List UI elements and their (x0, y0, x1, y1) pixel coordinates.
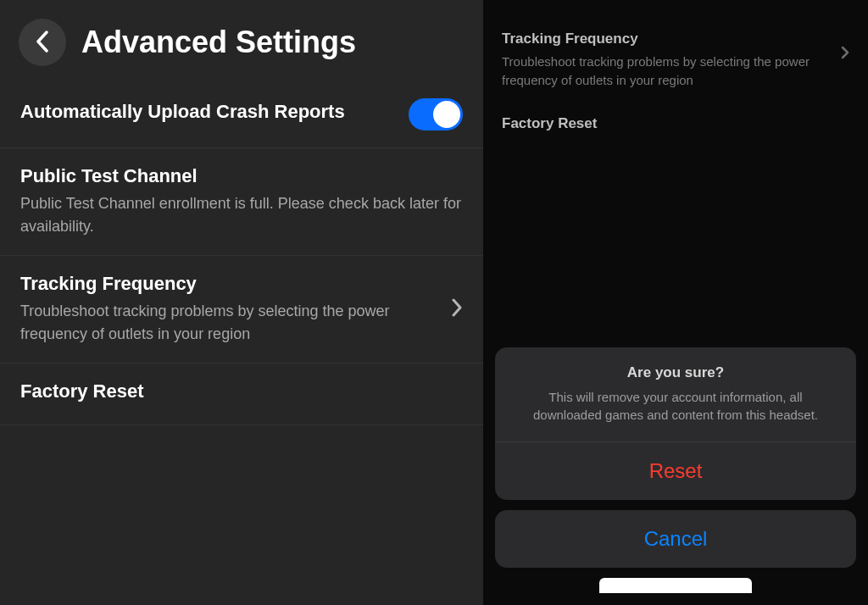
right-settings-list: Tracking Frequency Troubleshoot tracking… (483, 0, 868, 153)
setting-text: Automatically Upload Crash Reports (20, 101, 395, 128)
setting-text: Factory Reset (502, 115, 597, 137)
header: Advanced Settings (0, 0, 483, 81)
reset-button[interactable]: Reset (495, 441, 856, 500)
tracking-desc: Troubleshoot tracking problems by select… (20, 300, 437, 346)
chevron-right-icon (841, 46, 849, 63)
setting-text: Public Test Channel Public Test Channel … (20, 165, 463, 238)
public-test-row[interactable]: Public Test Channel Public Test Channel … (0, 148, 483, 256)
chevron-left-icon (36, 31, 49, 55)
settings-list: Automatically Upload Crash Reports Publi… (0, 81, 483, 425)
confirmation-dialog: Are you sure? This will remove your acco… (495, 347, 856, 501)
crash-reports-row: Automatically Upload Crash Reports (0, 81, 483, 148)
setting-text: Factory Reset (20, 380, 463, 408)
settings-left-panel: Advanced Settings Automatically Upload C… (0, 0, 483, 605)
confirmation-dialog-wrap: Are you sure? This will remove your acco… (483, 347, 868, 606)
crash-reports-title: Automatically Upload Crash Reports (20, 101, 395, 123)
home-indicator (599, 578, 752, 593)
cancel-button[interactable]: Cancel (495, 510, 856, 568)
public-test-title: Public Test Channel (20, 165, 463, 187)
setting-text: Tracking Frequency Troubleshoot tracking… (502, 31, 829, 90)
public-test-desc: Public Test Channel enrollment is full. … (20, 192, 463, 238)
page-title: Advanced Settings (81, 25, 356, 60)
back-button[interactable] (19, 19, 66, 66)
right-tracking-desc: Troubleshoot tracking problems by select… (502, 53, 829, 90)
chevron-right-icon (451, 298, 463, 320)
tracking-frequency-row[interactable]: Tracking Frequency Troubleshoot tracking… (0, 256, 483, 364)
right-tracking-title: Tracking Frequency (502, 31, 829, 47)
setting-text: Tracking Frequency Troubleshoot tracking… (20, 273, 437, 346)
factory-reset-row[interactable]: Factory Reset (0, 364, 483, 425)
settings-right-panel: Tracking Frequency Troubleshoot tracking… (483, 0, 868, 605)
dialog-body: Are you sure? This will remove your acco… (495, 347, 856, 442)
toggle-thumb (433, 101, 460, 128)
crash-reports-toggle[interactable] (409, 98, 463, 130)
right-tracking-row[interactable]: Tracking Frequency Troubleshoot tracking… (483, 20, 868, 105)
right-factory-reset-row[interactable]: Factory Reset (483, 105, 868, 153)
dialog-title: Are you sure? (515, 364, 836, 381)
right-factory-reset-title: Factory Reset (502, 115, 597, 132)
tracking-title: Tracking Frequency (20, 273, 437, 295)
dialog-message: This will remove your account informatio… (515, 388, 836, 425)
factory-reset-title: Factory Reset (20, 380, 463, 402)
